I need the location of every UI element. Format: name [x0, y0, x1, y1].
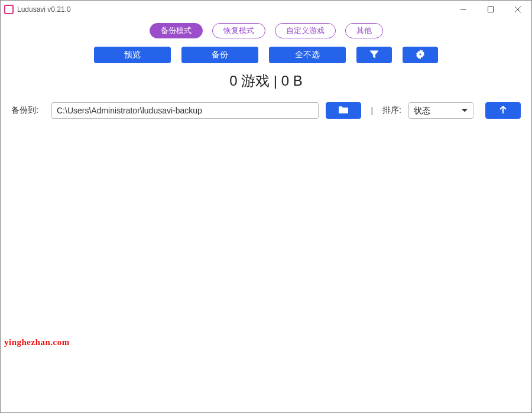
path-row: 备份到: | 排序: 状态	[11, 102, 521, 119]
gear-icon	[416, 50, 425, 61]
window-title: Ludusavi v0.21.0	[17, 5, 71, 14]
summary-text: 0 游戏 | 0 B	[11, 71, 521, 90]
sort-select[interactable]: 状态	[408, 102, 473, 119]
tab-backup-mode[interactable]: 备份模式	[150, 23, 203, 38]
backup-button[interactable]: 备份	[181, 47, 258, 63]
arrow-up-icon	[499, 106, 507, 116]
folder-icon	[338, 106, 349, 116]
funnel-icon	[369, 50, 379, 61]
backup-to-label: 备份到:	[11, 105, 44, 116]
minimize-button[interactable]	[450, 1, 477, 18]
settings-button[interactable]	[403, 47, 438, 63]
tab-restore-mode[interactable]: 恢复模式	[212, 23, 265, 38]
select-none-button[interactable]: 全不选	[269, 47, 346, 63]
svg-rect-1	[488, 7, 494, 12]
divider: |	[368, 106, 375, 115]
watermark-text: yinghezhan.com	[4, 337, 70, 347]
close-button[interactable]	[504, 1, 531, 18]
filter-button[interactable]	[356, 47, 392, 63]
maximize-button[interactable]	[477, 1, 504, 18]
titlebar: Ludusavi v0.21.0	[1, 1, 531, 18]
browse-folder-button[interactable]	[326, 102, 361, 119]
action-row: 预览 备份 全不选	[11, 47, 521, 63]
sort-direction-button[interactable]	[485, 102, 521, 119]
mode-tabs: 备份模式 恢复模式 自定义游戏 其他	[11, 23, 521, 38]
tab-other[interactable]: 其他	[345, 23, 383, 38]
svg-point-5	[419, 53, 421, 56]
app-icon	[4, 5, 14, 14]
preview-button[interactable]: 预览	[94, 47, 171, 63]
tab-custom-games[interactable]: 自定义游戏	[275, 23, 336, 38]
backup-path-input[interactable]	[51, 102, 319, 119]
sort-label: 排序:	[382, 105, 401, 116]
